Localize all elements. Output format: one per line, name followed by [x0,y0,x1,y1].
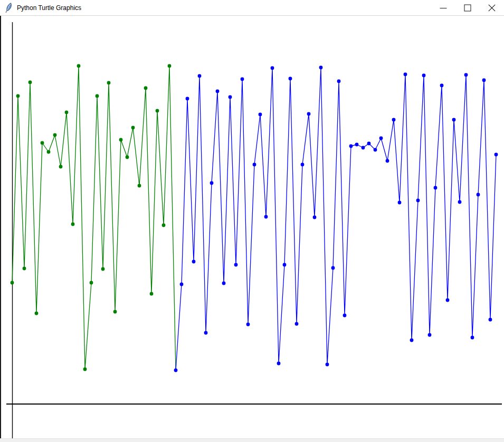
green-series-point [41,141,44,145]
title-bar: Python Turtle Graphics [0,0,504,16]
blue-series-point [477,193,480,197]
green-series-point [138,184,141,188]
blue-series-point [198,74,202,78]
green-series-point [28,81,32,84]
blue-series-point [271,66,274,70]
blue-series-point [326,363,329,367]
blue-series-point [186,97,189,101]
minimize-icon [440,4,447,12]
green-series-point [101,267,105,271]
turtle-graphics-window: Python Turtle Graphics [0,0,504,442]
green-series-point [35,312,39,315]
green-series-point [162,224,166,227]
green-series-point [131,126,135,130]
blue-series-point [204,331,208,335]
blue-series-point [495,153,498,157]
blue-series-point [319,66,323,70]
turtle-canvas [0,0,504,442]
green-series-point [83,368,87,371]
blue-series-point [367,142,371,146]
green-series-point [11,281,14,285]
blue-series-point [428,333,432,337]
maximize-button[interactable] [455,0,480,15]
green-series-point [113,310,117,314]
blue-series-point [349,145,353,148]
tk-feather-icon [4,3,13,13]
blue-series-point [482,79,486,82]
window-bottom-edge [0,438,504,442]
blue-series-point [355,143,359,147]
maximize-icon [464,4,471,12]
blue-series-point [216,90,220,93]
green-series-point [16,94,20,98]
green-series-point [150,292,154,296]
blue-series-point [331,266,335,270]
blue-series-point [446,299,450,302]
blue-series-point [289,77,292,81]
close-icon [488,4,496,12]
blue-series-point [180,283,184,286]
green-series-line [12,66,176,370]
green-series-point [59,165,63,169]
window-left-border [0,15,1,442]
blue-series-point [374,148,377,152]
blue-series-point [458,200,462,204]
green-series-point [23,267,26,271]
blue-series-point [222,282,226,285]
close-button[interactable] [480,0,504,15]
blue-series-point [277,362,281,366]
blue-series-point [295,322,299,326]
blue-series-point [283,263,287,267]
blue-series-point [246,323,250,326]
blue-series-point [398,201,402,205]
blue-series-point [337,80,341,83]
blue-series-point [392,118,396,122]
green-series-point [96,94,99,98]
blue-series-point [210,181,214,185]
green-series-point [90,281,93,285]
blue-series-point [313,216,317,219]
green-series-point [71,223,75,226]
blue-series-point [386,159,389,163]
blue-series-point [379,137,383,140]
green-series-point [47,150,51,154]
blue-series-point [253,163,256,167]
blue-series-point [452,118,456,122]
blue-series-point [422,74,426,78]
blue-series-point [464,73,468,77]
blue-series-point [234,263,238,267]
blue-series-point [471,336,474,340]
blue-series-point [264,215,268,219]
green-series-point [107,81,111,85]
blue-series-point [410,339,414,342]
green-series-point [168,64,172,68]
blue-series-point [362,146,365,150]
window-title: Python Turtle Graphics [17,4,81,12]
blue-series-point [301,163,305,167]
green-series-point [126,156,129,159]
blue-series-line [176,68,496,370]
blue-series-point [259,113,262,117]
blue-series-point [489,318,492,322]
green-series-point [65,111,69,114]
green-series-point [53,133,57,137]
green-series-point [77,64,81,68]
blue-series-point [241,78,244,81]
blue-series-point [404,73,407,76]
blue-series-point [229,95,232,99]
blue-series-point [343,314,347,318]
blue-series-point [434,186,438,190]
blue-series-point [174,369,178,372]
blue-series-point [192,260,196,264]
blue-series-point [440,84,444,88]
minimize-button[interactable] [431,0,455,15]
blue-series-point [307,112,311,116]
green-series-point [156,109,159,113]
green-series-point [144,87,148,90]
green-series-point [119,138,123,142]
blue-series-point [416,199,420,203]
